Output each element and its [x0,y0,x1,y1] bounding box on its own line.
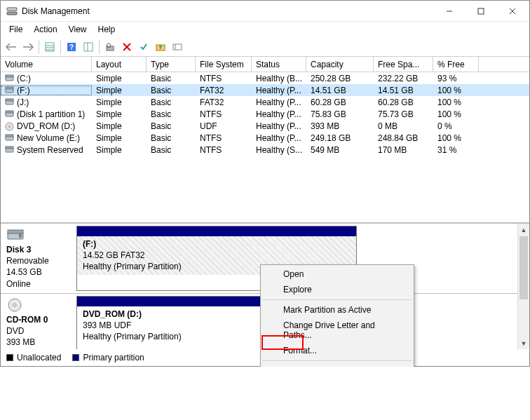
cell-capacity: 250.28 GB [306,74,374,83]
partition-info: 14.52 GB FAT32 [83,250,351,261]
col-spacer [479,57,529,72]
cell-status: Healthy (B... [252,74,306,83]
menu-file[interactable]: File [4,23,28,36]
volume-icon [5,146,14,154]
scroll-down-icon[interactable]: ▼ [518,337,529,349]
disk-size: 393 MB [6,337,71,348]
volume-icon [5,98,14,106]
svg-rect-0 [7,12,17,15]
menu-action[interactable]: Action [28,23,62,36]
ctx-mark-active[interactable]: Mark Partition as Active [261,302,414,318]
cell-type: Basic [147,133,196,143]
properties-button[interactable] [102,39,118,55]
ctx-explore[interactable]: Explore [261,282,414,297]
cell-pfree: 31 % [433,145,479,155]
back-button[interactable] [4,39,19,55]
disk-icon [6,227,26,243]
folder-up-icon[interactable] [153,39,168,55]
disk-type: Removable [6,255,71,266]
volume-icon [5,74,14,82]
col-type[interactable]: Type [147,57,196,72]
volume-icon [5,110,14,118]
ctx-change-letter[interactable]: Change Drive Letter and Paths... [261,318,414,343]
cell-capacity: 60.28 GB [306,97,374,107]
cell-capacity: 393 MB [306,121,374,131]
col-free[interactable]: Free Spa... [374,57,433,72]
cell-pfree: 100 % [433,109,479,119]
disk-status: Online [6,348,71,349]
maximize-button[interactable] [465,1,496,21]
cell-free: 60.28 GB [374,97,433,107]
cell-status: Healthy (P... [252,133,306,143]
cell-fs: NTFS [196,133,252,143]
table-row[interactable]: (Disk 1 partition 1)SimpleBasicNTFSHealt… [1,108,529,120]
volume-name: New Volume (E:) [17,133,80,143]
help-icon[interactable]: ? [64,39,79,55]
cell-fs: NTFS [196,109,252,119]
scroll-thumb[interactable] [519,236,528,299]
settings-icon[interactable] [170,39,185,55]
ctx-open[interactable]: Open [261,266,414,282]
volume-list: Volume Layout Type File System Status Ca… [1,57,529,223]
col-fs[interactable]: File System [196,57,252,72]
cell-pfree: 93 % [433,74,479,83]
minimize-button[interactable] [433,1,465,21]
menubar: File Action View Help [1,22,529,37]
col-capacity[interactable]: Capacity [306,57,374,72]
cell-capacity: 14.51 GB [306,86,374,95]
volume-icon [5,134,14,142]
volume-name: (C:) [17,74,31,83]
svg-rect-24 [6,87,13,89]
cell-pfree: 100 % [433,86,479,95]
col-layout[interactable]: Layout [92,57,147,72]
legend-unallocated-swatch [6,354,13,361]
volume-rows[interactable]: (C:)SimpleBasicNTFSHealthy (B...250.28 G… [1,72,529,223]
titlebar[interactable]: Disk Management [1,1,529,22]
menu-help[interactable]: Help [93,23,121,36]
forward-button[interactable] [20,39,36,55]
table-row[interactable]: (F:)SimpleBasicFAT32Healthy (P...14.51 G… [1,84,529,96]
cell-free: 232.22 GB [374,74,433,83]
svg-rect-34 [6,147,13,149]
cell-layout: Simple [92,121,147,131]
col-volume[interactable]: Volume [1,57,92,72]
col-status[interactable]: Status [252,57,306,72]
volume-name: (F:) [17,86,30,95]
detail-view-button[interactable] [42,39,57,55]
table-row[interactable]: (C:)SimpleBasicNTFSHealthy (B...250.28 G… [1,72,529,84]
disk-name: CD-ROM 0 [6,314,71,325]
svg-text:?: ? [69,43,74,51]
cell-type: Basic [147,109,196,119]
disk-header[interactable]: Disk 3Removable14.53 GBOnline [1,224,76,293]
cell-free: 14.51 GB [374,86,433,95]
svg-rect-26 [6,99,13,101]
partition-color-bar [77,226,356,236]
table-row[interactable]: DVD_ROM (D:)SimpleBasicUDFHealthy (P...3… [1,120,529,132]
cell-layout: Simple [92,86,147,95]
table-row[interactable]: System ReservedSimpleBasicNTFSHealthy (S… [1,144,529,156]
cell-fs: NTFS [196,74,252,83]
legend-primary-swatch [72,354,79,361]
cell-pfree: 0 % [433,121,479,131]
legend-primary: Primary partition [83,353,144,363]
cell-status: Healthy (P... [252,97,306,107]
col-pfree[interactable]: % Free [433,57,479,72]
cell-layout: Simple [92,109,147,119]
toolbar: ? [1,37,529,57]
delete-icon[interactable] [119,39,135,55]
close-button[interactable] [496,1,528,21]
disk-header[interactable]: CD-ROM 0DVD393 MBOnline [1,294,76,349]
svg-rect-1 [7,8,17,11]
disk-name: Disk 3 [6,244,71,255]
check-icon[interactable] [136,39,151,55]
table-row[interactable]: (J:)SimpleBasicFAT32Healthy (P...60.28 G… [1,96,529,108]
volume-icon [5,122,14,130]
scroll-up-icon[interactable]: ▲ [518,224,529,236]
ctx-format[interactable]: Format... [261,343,414,358]
list-button[interactable] [81,39,96,55]
table-row[interactable]: New Volume (E:)SimpleBasicNTFSHealthy (P… [1,132,529,144]
vertical-scrollbar[interactable]: ▲ ▼ [517,224,529,349]
menu-view[interactable]: View [63,23,93,36]
volume-name: DVD_ROM (D:) [17,121,75,131]
volume-name: (J:) [17,97,29,107]
